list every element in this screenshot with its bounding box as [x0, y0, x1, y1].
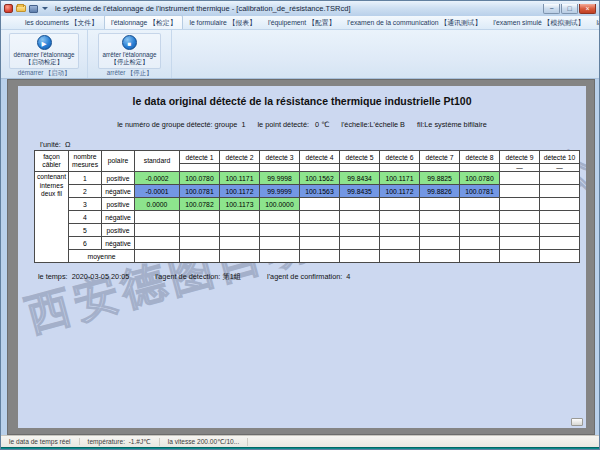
- detected-value-cell: 100.1173: [220, 198, 260, 211]
- table-row: 6négative: [35, 237, 580, 250]
- column-header: détecté 3: [260, 151, 300, 164]
- minimize-button[interactable]: −: [543, 4, 560, 14]
- mean-value-cell: [380, 250, 420, 263]
- tab-sim-test[interactable]: l'examen simulé 【模拟测试】: [487, 16, 590, 29]
- detected-value-cell: [460, 198, 500, 211]
- start-calibration-button[interactable]: ▶ démarrer l'étalonnage 【启动检定】: [9, 33, 78, 69]
- mean-value-cell: [340, 250, 380, 263]
- column-header: polaire: [102, 151, 135, 172]
- close-button[interactable]: ×: [579, 4, 596, 14]
- column-subheader: [460, 164, 500, 172]
- column-subheader: —: [540, 164, 580, 172]
- detected-value-cell: [500, 198, 540, 211]
- detected-value-cell: [300, 224, 340, 237]
- column-header: détecté 5: [340, 151, 380, 164]
- ribbon-group-stop: ■ arrêter l'étalonnage 【停止检定】 arrêter 【停…: [88, 30, 172, 78]
- polarity-cell: négative: [102, 237, 135, 250]
- standard-value-cell: [135, 237, 180, 250]
- detected-value-cell: 100.1171: [220, 172, 260, 185]
- save-icon[interactable]: [29, 5, 38, 13]
- detected-value-cell: 100.0781: [180, 185, 220, 198]
- tab-comm-test[interactable]: l'examen de la communication 【通讯测试】: [341, 16, 487, 29]
- menu-tabs: les documents 【文件】l'étalonnage 【检定】le fo…: [19, 15, 600, 29]
- detected-value-cell: [380, 198, 420, 211]
- detected-value-cell: [420, 224, 460, 237]
- column-header: standard: [135, 151, 180, 172]
- confirmation-agent-text: l'agent de confirmation: 4: [267, 272, 350, 282]
- standard-value-cell: 0.0000: [135, 198, 180, 211]
- quick-access-dropdown-icon[interactable]: [42, 7, 48, 10]
- mean-value-cell: [220, 250, 260, 263]
- detected-value-cell: [420, 198, 460, 211]
- column-subheader: [340, 164, 380, 172]
- detected-value-cell: [540, 198, 580, 211]
- tab-equipment[interactable]: l'équipement 【配置】: [262, 16, 341, 29]
- detected-value-cell: [340, 237, 380, 250]
- detected-value-cell: [220, 211, 260, 224]
- tab-documents[interactable]: les documents 【文件】: [19, 16, 104, 29]
- open-file-icon[interactable]: [16, 5, 26, 12]
- column-header: nombre mesures: [69, 151, 102, 172]
- mean-value-cell: [300, 250, 340, 263]
- detected-value-cell: [500, 211, 540, 224]
- measure-number-cell: 3: [69, 198, 102, 211]
- tab-view[interactable]: la vision 【视图】: [590, 16, 600, 29]
- detected-value-cell: [180, 211, 220, 224]
- detected-value-cell: 100.1562: [300, 172, 340, 185]
- column-header: détecté 8: [460, 151, 500, 164]
- start-button-label: démarrer l'étalonnage: [13, 51, 74, 58]
- detected-value-cell: [500, 224, 540, 237]
- time-text: le temps: 2020-03-05 20:05: [38, 272, 129, 282]
- standard-value-cell: -0.0002: [135, 172, 180, 185]
- ribbon-group-start: ▶ démarrer l'étalonnage 【启动检定】 démarrer …: [1, 30, 88, 78]
- detected-value-cell: [220, 237, 260, 250]
- column-header: détecté 4: [300, 151, 340, 164]
- titlebar: le système de l'étalonnage de l'instrume…: [1, 1, 599, 16]
- detected-value-cell: 100.0780: [460, 172, 500, 185]
- maximize-button[interactable]: □: [561, 4, 578, 14]
- detected-value-cell: [540, 211, 580, 224]
- column-header: détecté 1: [180, 151, 220, 164]
- table-row: 2négative-0.0001100.0781100.117299.99991…: [35, 185, 580, 198]
- measure-number-cell: 1: [69, 172, 102, 185]
- detected-value-cell: [540, 185, 580, 198]
- detected-value-cell: 99.9998: [260, 172, 300, 185]
- detected-value-cell: [340, 224, 380, 237]
- column-header: détecté 10: [540, 151, 580, 164]
- detected-value-cell: 99.8826: [420, 185, 460, 198]
- standard-value-cell: [135, 211, 180, 224]
- mean-value-cell: [260, 250, 300, 263]
- scrollbar-button[interactable]: [571, 418, 583, 426]
- column-subheader: [220, 164, 260, 172]
- table-row: 3positive0.0000100.0782100.1173100.0000: [35, 198, 580, 211]
- status-segment: le data de temps réel: [1, 438, 80, 445]
- column-header: détecté 2: [220, 151, 260, 164]
- detected-value-cell: 100.0782: [180, 198, 220, 211]
- detected-value-cell: 100.1171: [380, 172, 420, 185]
- detected-value-cell: [540, 224, 580, 237]
- polarity-cell: positive: [102, 172, 135, 185]
- detected-value-cell: [500, 237, 540, 250]
- app-icon: [4, 4, 13, 13]
- detected-value-cell: [500, 185, 540, 198]
- stop-icon: ■: [122, 35, 137, 50]
- status-segment: température: -1.#J℃: [80, 438, 160, 446]
- detected-value-cell: [420, 211, 460, 224]
- tab-calibration[interactable]: l'étalonnage 【检定】: [104, 15, 184, 29]
- tab-report[interactable]: le formulaire 【报表】: [183, 16, 261, 29]
- table-row: 5positive: [35, 224, 580, 237]
- detected-value-cell: [260, 237, 300, 250]
- detected-value-cell: [380, 211, 420, 224]
- polarity-cell: négative: [102, 211, 135, 224]
- app-window: le système de l'étalonnage de l'instrume…: [0, 0, 600, 450]
- column-header: détecté 7: [420, 151, 460, 164]
- stop-calibration-button[interactable]: ■ arrêter l'étalonnage 【停止检定】: [98, 33, 160, 69]
- detected-value-cell: 99.8825: [420, 172, 460, 185]
- detected-value-cell: 100.0000: [260, 198, 300, 211]
- report-page: 西安德图自动化仪器有限公司 le data original détecté d…: [18, 86, 586, 428]
- mean-value-cell: [500, 250, 540, 263]
- detected-value-cell: 100.1172: [220, 185, 260, 198]
- column-subheader: [420, 164, 460, 172]
- polarity-cell: positive: [102, 198, 135, 211]
- scale-text: l'échelle:L'échelle B: [341, 120, 405, 129]
